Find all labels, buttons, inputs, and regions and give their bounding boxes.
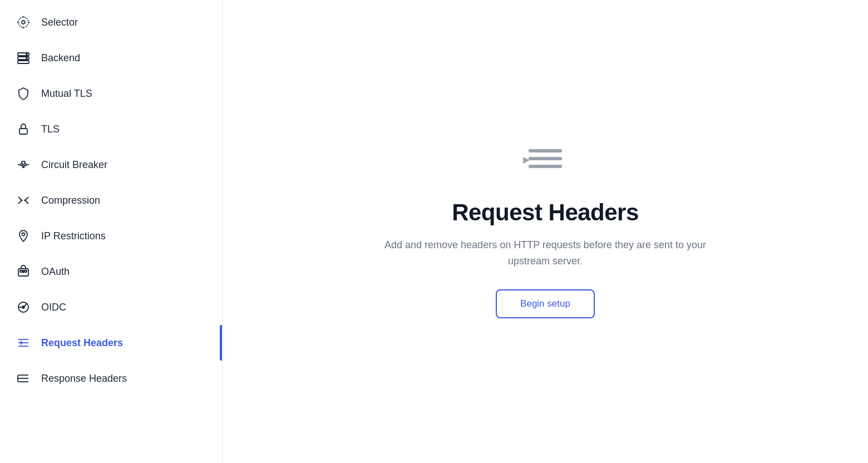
sidebar-item-backend[interactable]: Backend bbox=[0, 40, 222, 76]
page-title: Request Headers bbox=[452, 199, 639, 226]
sidebar-item-request-headers[interactable]: Request Headers bbox=[0, 325, 222, 361]
content-center: Request Headers Add and remove headers o… bbox=[384, 145, 707, 318]
sidebar-item-request-headers-label: Request Headers bbox=[41, 337, 123, 349]
svg-rect-44 bbox=[529, 165, 562, 168]
sidebar-item-selector-label: Selector bbox=[41, 17, 78, 28]
svg-rect-42 bbox=[529, 149, 562, 152]
sidebar-item-tls[interactable]: TLS bbox=[0, 111, 222, 147]
response-headers-icon bbox=[16, 371, 31, 386]
svg-point-14 bbox=[21, 164, 23, 166]
sidebar-item-mutual-tls-label: Mutual TLS bbox=[41, 88, 92, 100]
svg-point-28 bbox=[23, 270, 24, 272]
sidebar-item-ip-restrictions-label: IP Restrictions bbox=[41, 230, 106, 242]
sidebar-item-ip-restrictions[interactable]: IP Restrictions bbox=[0, 218, 222, 254]
svg-point-10 bbox=[26, 58, 27, 59]
svg-line-24 bbox=[24, 200, 28, 204]
begin-setup-button[interactable]: Begin setup bbox=[496, 289, 595, 318]
sidebar-item-compression-label: Compression bbox=[41, 195, 100, 206]
svg-rect-29 bbox=[20, 270, 22, 272]
svg-point-15 bbox=[24, 164, 26, 166]
circuit-breaker-icon bbox=[16, 157, 31, 173]
sidebar-item-mutual-tls[interactable]: Mutual TLS bbox=[0, 76, 222, 111]
page-description: Add and remove headers on HTTP requests … bbox=[384, 237, 707, 269]
svg-point-25 bbox=[22, 233, 25, 236]
sidebar-item-selector[interactable]: Selector bbox=[0, 4, 222, 40]
svg-point-34 bbox=[22, 306, 24, 308]
compression-icon bbox=[16, 193, 31, 208]
sidebar-item-oauth-label: OAuth bbox=[41, 266, 70, 278]
sidebar-item-compression[interactable]: Compression bbox=[0, 183, 222, 218]
sidebar-item-response-headers-label: Response Headers bbox=[41, 373, 127, 385]
oauth-icon bbox=[16, 264, 31, 279]
tls-icon bbox=[16, 121, 31, 137]
sidebar-item-backend-label: Backend bbox=[41, 52, 80, 64]
svg-line-23 bbox=[18, 200, 22, 204]
sidebar-item-oauth[interactable]: OAuth bbox=[0, 254, 222, 289]
svg-point-1 bbox=[18, 17, 28, 27]
svg-point-9 bbox=[26, 54, 27, 55]
oidc-icon bbox=[16, 299, 31, 315]
selector-icon bbox=[16, 14, 31, 30]
sidebar-item-circuit-breaker[interactable]: Circuit Breaker bbox=[0, 147, 222, 183]
sidebar-item-circuit-breaker-label: Circuit Breaker bbox=[41, 159, 107, 171]
main-content: Request Headers Add and remove headers o… bbox=[223, 0, 868, 463]
svg-rect-11 bbox=[19, 129, 27, 134]
svg-rect-30 bbox=[24, 270, 27, 272]
sidebar-item-oidc-label: OIDC bbox=[41, 302, 66, 313]
request-headers-icon bbox=[16, 335, 31, 351]
request-headers-illustration bbox=[523, 145, 568, 186]
backend-icon bbox=[16, 50, 31, 66]
svg-rect-8 bbox=[18, 61, 29, 63]
svg-rect-43 bbox=[529, 157, 562, 160]
sidebar-item-tls-label: TLS bbox=[41, 124, 60, 135]
sidebar: Selector Backend Mutual TLS bbox=[0, 0, 223, 463]
sidebar-item-oidc[interactable]: OIDC bbox=[0, 289, 222, 325]
mutual-tls-icon bbox=[16, 86, 31, 101]
ip-restrictions-icon bbox=[16, 228, 31, 244]
svg-point-0 bbox=[22, 21, 25, 24]
sidebar-item-response-headers[interactable]: Response Headers bbox=[0, 361, 222, 396]
